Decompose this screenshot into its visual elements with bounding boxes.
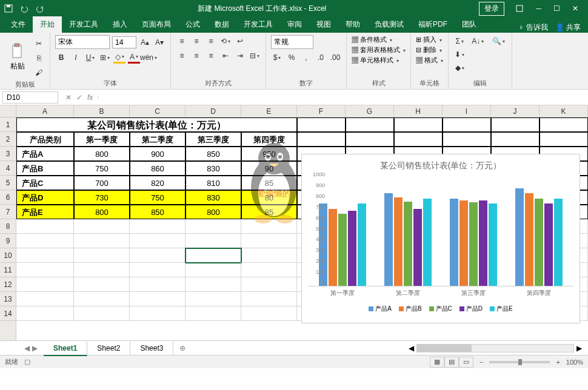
- cell[interactable]: [241, 248, 297, 263]
- cell[interactable]: [394, 132, 443, 147]
- cell[interactable]: [16, 248, 74, 263]
- sheet-nav-prev-icon[interactable]: ◀: [24, 344, 30, 352]
- cell[interactable]: [130, 292, 185, 306]
- col-header[interactable]: F: [297, 105, 346, 117]
- row-headers[interactable]: 1234567891011121314: [0, 117, 16, 340]
- tab-dev2[interactable]: 开发工具: [236, 16, 280, 33]
- row-header[interactable]: 2: [0, 132, 16, 147]
- row-header[interactable]: 12: [0, 277, 16, 292]
- hscroll-thumb[interactable]: [417, 345, 472, 352]
- macro-record-icon[interactable]: ▢: [24, 358, 30, 366]
- sheet-nav-next-icon[interactable]: ▶: [32, 344, 38, 352]
- currency-icon[interactable]: $▾: [271, 51, 283, 64]
- tab-review[interactable]: 审阅: [280, 16, 309, 33]
- cell[interactable]: [443, 132, 491, 147]
- cell[interactable]: 80: [241, 190, 297, 205]
- share-button[interactable]: 👤 共享: [555, 22, 581, 33]
- redo-icon[interactable]: [35, 4, 45, 13]
- close-icon[interactable]: ✕: [566, 2, 584, 15]
- cell[interactable]: 90: [241, 161, 297, 176]
- cell[interactable]: 产品D: [16, 190, 74, 205]
- fill-color-icon[interactable]: ◇▾: [113, 51, 125, 64]
- cell[interactable]: [241, 277, 297, 292]
- cell[interactable]: 800: [74, 147, 130, 161]
- align-left-icon[interactable]: ≡: [176, 50, 188, 62]
- cell[interactable]: 产品B: [16, 161, 74, 176]
- sheet-tab[interactable]: Sheet3: [130, 342, 173, 355]
- find-icon[interactable]: 🔍▾: [490, 35, 507, 47]
- view-pagelayout-icon[interactable]: ▤: [444, 357, 459, 368]
- tab-data[interactable]: 数据: [207, 16, 236, 33]
- cell[interactable]: [130, 219, 185, 234]
- sheet-tab[interactable]: Sheet1: [44, 342, 87, 356]
- cell[interactable]: [130, 234, 185, 248]
- cell[interactable]: [241, 219, 297, 234]
- cell[interactable]: [74, 219, 130, 234]
- number-format-select[interactable]: 常规: [271, 35, 313, 49]
- view-normal-icon[interactable]: ▦: [430, 357, 444, 368]
- minimize-icon[interactable]: ─: [530, 2, 547, 15]
- tab-dev[interactable]: 开发工具: [62, 16, 105, 33]
- hscroll-right-icon[interactable]: ▶: [576, 344, 582, 352]
- format-cells-button[interactable]: ▦ 格式 ▾: [416, 56, 443, 65]
- row-header[interactable]: 6: [0, 190, 16, 205]
- cell[interactable]: [130, 277, 185, 292]
- cond-format-button[interactable]: ▦ 条件格式 ▾: [352, 35, 406, 44]
- row-header[interactable]: 7: [0, 205, 16, 219]
- ribbon-options-icon[interactable]: [509, 2, 530, 15]
- cell[interactable]: 85: [241, 205, 297, 219]
- delete-cells-button[interactable]: ⊟ 删除 ▾: [416, 45, 443, 55]
- cell[interactable]: 800: [74, 205, 130, 219]
- cell[interactable]: [130, 263, 185, 277]
- cancel-formula-icon[interactable]: ✕: [65, 93, 72, 102]
- decrease-font-icon[interactable]: A▾: [153, 36, 165, 48]
- row-header[interactable]: 13: [0, 292, 16, 306]
- percent-icon[interactable]: %: [286, 51, 298, 64]
- row-header[interactable]: 10: [0, 248, 16, 263]
- cell[interactable]: [297, 132, 346, 147]
- cell[interactable]: [185, 292, 241, 306]
- row-header[interactable]: 11: [0, 263, 16, 277]
- fx-icon[interactable]: fx: [87, 93, 93, 102]
- tab-home[interactable]: 开始: [33, 16, 62, 33]
- inc-decimal-icon[interactable]: .0: [315, 51, 327, 64]
- cell-style-button[interactable]: ▦ 单元格样式 ▾: [352, 56, 406, 65]
- name-box[interactable]: [2, 91, 58, 104]
- cell[interactable]: 850: [130, 205, 185, 219]
- row-header[interactable]: 5: [0, 176, 16, 190]
- cell[interactable]: 700: [74, 176, 130, 190]
- select-all-corner[interactable]: [0, 105, 16, 117]
- align-center-icon[interactable]: ≡: [190, 50, 202, 62]
- align-top-icon[interactable]: ≡: [176, 35, 188, 47]
- align-bottom-icon[interactable]: ≡: [205, 35, 217, 47]
- cell[interactable]: 第三季度: [185, 132, 241, 147]
- autosum-icon[interactable]: Σ▾: [453, 35, 466, 47]
- clear-icon[interactable]: ◆▾: [453, 62, 466, 74]
- cell[interactable]: 750: [74, 161, 130, 176]
- dec-decimal-icon[interactable]: .00: [329, 51, 341, 64]
- cell[interactable]: 产品C: [16, 176, 74, 190]
- zoom-out-icon[interactable]: −: [479, 359, 483, 366]
- cell[interactable]: 950: [241, 147, 297, 161]
- cell[interactable]: [16, 292, 74, 306]
- tellme-button[interactable]: ♀ 告诉我: [518, 22, 547, 33]
- undo-icon[interactable]: [19, 4, 29, 13]
- merge-icon[interactable]: ⊟▾: [249, 50, 261, 62]
- cell[interactable]: [297, 117, 346, 132]
- cell[interactable]: 产品E: [16, 205, 74, 219]
- cell[interactable]: [74, 248, 130, 263]
- cell[interactable]: 800: [185, 205, 241, 219]
- row-header[interactable]: 3: [0, 147, 16, 161]
- indent-dec-icon[interactable]: ⇤: [219, 50, 232, 62]
- formula-input[interactable]: [98, 96, 588, 99]
- phonetic-icon[interactable]: wén▾: [142, 51, 155, 64]
- cell[interactable]: [74, 292, 130, 306]
- cell[interactable]: [16, 234, 74, 248]
- row-header[interactable]: 9: [0, 234, 16, 248]
- view-pagebreak-icon[interactable]: ▭: [459, 357, 473, 368]
- chart[interactable]: 某公司销售统计表(单位：万元） 010020030040050060070080…: [301, 154, 580, 323]
- border-icon[interactable]: ⊞▾: [99, 51, 111, 64]
- col-header[interactable]: I: [443, 105, 491, 117]
- cell[interactable]: [185, 263, 241, 277]
- cell[interactable]: [346, 132, 394, 147]
